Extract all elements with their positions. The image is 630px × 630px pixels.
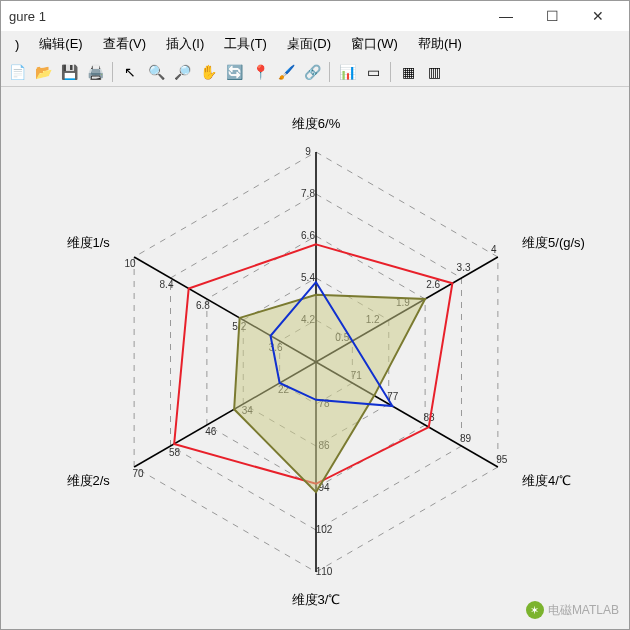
open-icon[interactable]: 📂 [31, 60, 55, 84]
separator [390, 62, 391, 82]
plot-tools-icon[interactable]: ▥ [422, 60, 446, 84]
close-button[interactable]: ✕ [575, 1, 621, 31]
zoom-in-icon[interactable]: 🔍 [144, 60, 168, 84]
separator [112, 62, 113, 82]
menu-help[interactable]: 帮助(H) [408, 32, 472, 56]
chart-area: 维度6/%4.25.46.67.89维度5/(g/s)0.51.21.92.63… [1, 87, 629, 629]
wechat-icon: ✶ [526, 601, 544, 619]
svg-text:维度4/℃: 维度4/℃ [522, 473, 571, 488]
svg-text:10: 10 [125, 258, 137, 269]
svg-text:4: 4 [491, 244, 497, 255]
svg-text:89: 89 [460, 433, 472, 444]
menubar: ) 编辑(E) 查看(V) 插入(I) 工具(T) 桌面(D) 窗口(W) 帮助… [1, 31, 629, 57]
svg-text:110: 110 [316, 566, 333, 577]
menu-file-end[interactable]: ) [5, 34, 29, 55]
data-cursor-icon[interactable]: 📍 [248, 60, 272, 84]
link-icon[interactable]: 🔗 [300, 60, 324, 84]
new-icon[interactable]: 📄 [5, 60, 29, 84]
svg-text:95: 95 [496, 454, 508, 465]
toolbar: 📄 📂 💾 🖨️ ↖ 🔍 🔎 ✋ 🔄 📍 🖌️ 🔗 📊 ▭ ▦ ▥ [1, 57, 629, 87]
radar-chart: 维度6/%4.25.46.67.89维度5/(g/s)0.51.21.92.63… [1, 87, 630, 627]
menu-desktop[interactable]: 桌面(D) [277, 32, 341, 56]
svg-text:5.4: 5.4 [301, 272, 315, 283]
layout-icon[interactable]: ▦ [396, 60, 420, 84]
zoom-out-icon[interactable]: 🔎 [170, 60, 194, 84]
svg-text:70: 70 [133, 468, 145, 479]
svg-text:58: 58 [169, 447, 181, 458]
svg-text:46: 46 [205, 426, 217, 437]
svg-text:2.6: 2.6 [426, 279, 440, 290]
menu-window[interactable]: 窗口(W) [341, 32, 408, 56]
print-icon[interactable]: 🖨️ [83, 60, 107, 84]
watermark-text: 电磁MATLAB [548, 602, 619, 619]
menu-view[interactable]: 查看(V) [93, 32, 156, 56]
pan-icon[interactable]: ✋ [196, 60, 220, 84]
menu-edit[interactable]: 编辑(E) [29, 32, 92, 56]
save-icon[interactable]: 💾 [57, 60, 81, 84]
svg-text:6.8: 6.8 [196, 300, 210, 311]
menu-tools[interactable]: 工具(T) [214, 32, 277, 56]
svg-text:9: 9 [305, 146, 311, 157]
svg-text:维度3/℃: 维度3/℃ [292, 592, 341, 607]
titlebar: gure 1 — ☐ ✕ [1, 1, 629, 31]
svg-text:维度2/s: 维度2/s [67, 473, 111, 488]
window-title: gure 1 [9, 9, 46, 24]
rotate-icon[interactable]: 🔄 [222, 60, 246, 84]
svg-text:维度6/%: 维度6/% [292, 116, 341, 131]
separator [329, 62, 330, 82]
menu-insert[interactable]: 插入(I) [156, 32, 214, 56]
colorbar-icon[interactable]: 📊 [335, 60, 359, 84]
svg-text:102: 102 [316, 524, 333, 535]
svg-text:7.8: 7.8 [301, 188, 315, 199]
svg-text:维度1/s: 维度1/s [67, 235, 111, 250]
minimize-button[interactable]: — [483, 1, 529, 31]
watermark: ✶ 电磁MATLAB [526, 601, 619, 619]
svg-text:3.3: 3.3 [457, 262, 471, 273]
brush-icon[interactable]: 🖌️ [274, 60, 298, 84]
maximize-button[interactable]: ☐ [529, 1, 575, 31]
svg-text:6.6: 6.6 [301, 230, 315, 241]
arrow-icon[interactable]: ↖ [118, 60, 142, 84]
svg-text:维度5/(g/s): 维度5/(g/s) [522, 235, 585, 250]
legend-icon[interactable]: ▭ [361, 60, 385, 84]
svg-text:8.4: 8.4 [160, 279, 174, 290]
